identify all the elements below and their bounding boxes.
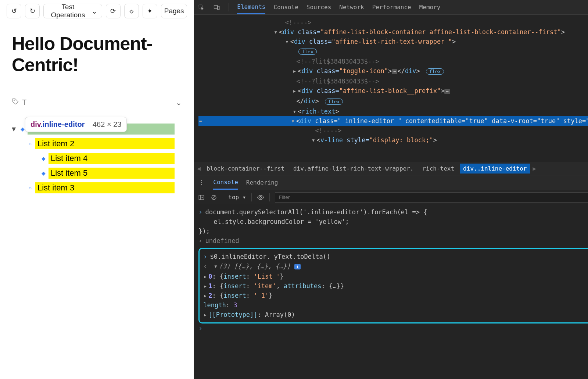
ai-button[interactable]: ✦ [143,4,157,18]
editor-pane: ↺ ↻ Test Operations ⌄ ⟳ ☼ ✦ Pages Hello … [0,0,194,379]
toolbar: ↺ ↻ Test Operations ⌄ ⟳ ☼ ✦ Pages [0,0,194,22]
svg-point-0 [14,100,15,101]
tab-elements[interactable]: Elements [237,0,265,14]
inline-editor[interactable]: List item 5 [49,168,175,179]
breadcrumb-next-icon[interactable]: ▶ [533,165,537,172]
drawer-tab-rendering[interactable]: Rendering [246,175,278,190]
breadcrumb-item[interactable]: rich-text [419,164,457,174]
bullet-icon: ○ [25,141,35,147]
svg-line-7 [212,196,216,199]
tag-icon [12,98,19,107]
live-expression-icon[interactable] [257,194,264,201]
tab-network[interactable]: Network [339,0,364,14]
bullet-icon: ◆ [38,170,49,176]
inspect-icon[interactable] [198,4,205,11]
sync-icon: ⟳ [110,7,116,15]
list-item[interactable]: ◆ List item 5 [12,166,182,180]
inline-editor[interactable]: List item 2 [35,138,175,149]
elements-tree[interactable]: <!----> ▾<div class="affine-list-block-c… [194,15,588,162]
elements-breadcrumb: ◀ block-container--first div.affine-list… [194,162,588,175]
sidebar-toggle-icon[interactable] [198,194,205,201]
svg-rect-4 [199,195,204,200]
test-operations-dropdown[interactable]: Test Operations ⌄ [43,4,102,18]
page-title[interactable]: Hello Document-Centric! [12,33,182,76]
more-icon[interactable]: ⋮ [198,179,205,186]
console-result-highlighted: ›$0.inlineEditor._yText.toDelta() ‹ ▾(3)… [198,248,588,323]
separator [269,193,270,201]
sun-icon: ☼ [129,7,135,15]
inline-editor[interactable]: List item 4 [49,153,175,164]
devtools-tabs: Elements Console Sources Network Perform… [194,0,588,15]
list-item[interactable]: ◆ List item 4 [12,151,182,166]
clear-console-icon[interactable] [210,194,218,201]
console-scope-dropdown[interactable]: top ▾ [228,194,246,201]
bullet-icon: ○ [25,185,35,191]
pages-button[interactable]: Pages [161,4,187,18]
console-body[interactable]: ›document.querySelectorAll('.inline-edit… [194,204,588,379]
list-area: ▾ ◆ List item 1 ○ List item 2 ◆ List ite… [12,122,182,195]
redo-button[interactable]: ↻ [25,4,40,18]
undo-icon: ↺ [11,7,17,15]
breadcrumb-item-active[interactable]: div..inline-editor [460,164,530,174]
list-item[interactable]: ○ List item 3 [12,180,182,195]
chevron-down-icon: ⌄ [92,7,97,15]
console-input-line: document.querySelectorAll('.inline-edito… [198,208,427,235]
separator [223,193,223,201]
undo-button[interactable]: ↺ [7,4,21,18]
test-operations-label: Test Operations [48,3,88,19]
tab-console[interactable]: Console [273,0,298,14]
drawer-tabs: ⋮ Console Rendering [194,175,588,190]
breadcrumb-item[interactable]: div.affine-list-rich-text-wrapper. [290,164,417,174]
redo-icon: ↻ [30,7,35,15]
tab-performance[interactable]: Performance [372,0,411,14]
bullet-icon: ◆ [38,155,49,161]
tooltip-dimensions: 462 × 23 [93,120,121,128]
tooltip-class: .inline-editor [40,120,85,128]
info-badge[interactable]: i [294,264,301,269]
separator [229,3,229,11]
svg-point-8 [259,196,261,198]
breadcrumb-item[interactable]: block-container--first [204,164,287,174]
device-toggle-icon[interactable] [213,4,220,11]
chevron-down-icon[interactable]: ⌄ [176,98,182,107]
list-item[interactable]: ○ List item 2 [12,136,182,151]
pages-label: Pages [164,7,184,15]
drawer-tab-console[interactable]: Console [213,175,238,190]
sparkle-icon: ✦ [147,7,153,15]
separator [251,193,252,201]
tag-text: T [22,98,26,107]
selected-element[interactable]: ⋯ ▾<div class=" inline-editor " contente… [198,116,588,126]
tooltip-tag: div [31,120,40,128]
console-input-line: $0.inlineEditor._yText.toDelta() [210,253,331,260]
element-tooltip: div.inline-editor 462 × 23 [25,117,127,132]
breadcrumb-prev-icon[interactable]: ◀ [197,165,201,172]
console-filter-input[interactable] [275,192,588,203]
inline-editor[interactable]: List item 3 [35,182,175,193]
console-prompt[interactable]: › [198,325,202,332]
devtools-pane: Elements Console Sources Network Perform… [194,0,588,379]
caret-down-icon[interactable]: ▾ [12,124,16,134]
svg-rect-3 [218,6,219,10]
tag-row[interactable]: T ⌄ [12,98,182,107]
console-toolbar: top ▾ [194,190,588,204]
tab-memory[interactable]: Memory [419,0,441,14]
document-body: Hello Document-Centric! T ⌄ div.inline-e… [0,22,194,195]
tab-sources[interactable]: Sources [306,0,331,14]
sync-button[interactable]: ⟳ [106,4,121,18]
console-output-line: undefined [205,237,239,244]
theme-button[interactable]: ☼ [124,4,139,18]
